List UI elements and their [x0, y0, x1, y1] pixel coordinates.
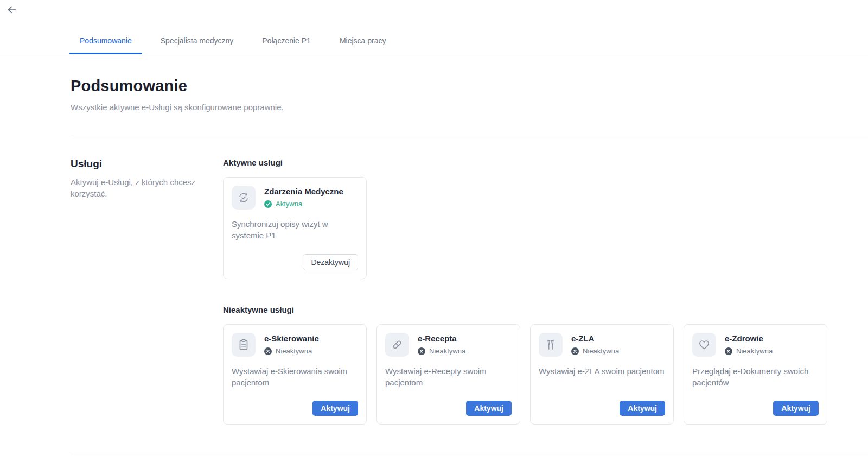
service-title: Zdarzenia Medyczne [264, 186, 343, 196]
clipboard-icon [232, 333, 256, 357]
service-description: Wystawiaj e-Recepty swoim pacjentom [385, 365, 512, 388]
activate-button[interactable]: Aktywuj [773, 401, 819, 416]
services-section-intro: Usługi Aktywuj e-Usługi, z których chces… [71, 158, 223, 425]
check-circle-icon [264, 200, 272, 208]
service-title: e-Recepta [418, 333, 465, 343]
service-description: Wystawiaj e-ZLA swoim pacjentom [539, 365, 665, 377]
x-circle-icon [264, 347, 272, 355]
services-heading: Usługi [71, 158, 223, 170]
tab-podsumowanie[interactable]: Podsumowanie [69, 36, 142, 54]
services-section: Usługi Aktywuj e-Usługi, z których chces… [71, 158, 833, 425]
status-label: Aktywna [276, 200, 302, 208]
status-label: Nieaktywna [276, 347, 312, 355]
service-title: e-Zdrowie [725, 333, 773, 343]
inactive-services-grid: e-Skierowanie Nieaktywna [223, 324, 833, 425]
service-card-e-skierowanie: e-Skierowanie Nieaktywna [223, 324, 367, 425]
service-card-e-zdrowie: e-Zdrowie Nieaktywna [684, 324, 827, 425]
service-card-e-recepta: e-Recepta Nieaktywna [376, 324, 520, 425]
bottom-divider [71, 455, 868, 455]
inactive-services-label: Nieaktywne usługi [223, 305, 833, 314]
arrow-left-icon [6, 4, 18, 17]
status-badge: Nieaktywna [571, 347, 619, 355]
section-divider [71, 135, 868, 135]
x-circle-icon [418, 347, 425, 355]
page-title: Podsumowanie [71, 77, 833, 95]
status-badge: Nieaktywna [264, 347, 319, 355]
activate-button[interactable]: Aktywuj [620, 401, 665, 416]
service-description: Przeglądaj e-Dokumenty swoich pacjentów [692, 365, 819, 388]
status-label: Nieaktywna [583, 347, 619, 355]
x-circle-icon [571, 347, 579, 355]
services-lists: Aktywne usługi [223, 158, 833, 425]
service-description: Synchronizuj opisy wizyt w systemie P1 [232, 218, 358, 241]
service-card-zdarzenia-medyczne: Zdarzenia Medyczne Aktywna [223, 177, 367, 279]
status-badge: Nieaktywna [725, 347, 773, 355]
status-badge: Nieaktywna [418, 347, 465, 355]
services-description: Aktywuj e-Usługi, z których chcesz korzy… [71, 176, 196, 199]
pill-icon [385, 333, 409, 357]
service-title: e-Skierowanie [264, 333, 319, 343]
service-description: Wystawiaj e-Skierowania swoim pacjentom [232, 365, 358, 388]
tab-bar: Podsumowanie Specjalista medyczny Połącz… [0, 0, 868, 54]
main-content: Podsumowanie Wszystkie aktywne e-Usługi … [0, 54, 868, 425]
back-button[interactable] [4, 3, 20, 18]
deactivate-button[interactable]: Dezaktywuj [303, 254, 358, 270]
service-card-e-zla: e-ZLA Nieaktywna [530, 324, 674, 425]
activate-button[interactable]: Aktywuj [312, 401, 358, 416]
page-subtitle: Wszystkie aktywne e-Usługi są skonfiguro… [71, 103, 833, 112]
x-circle-icon [725, 347, 732, 355]
status-label: Nieaktywna [429, 347, 465, 355]
service-title: e-ZLA [571, 333, 619, 343]
status-label: Nieaktywna [736, 347, 773, 355]
active-services-grid: Zdarzenia Medyczne Aktywna [223, 177, 833, 279]
active-services-label: Aktywne usługi [223, 158, 833, 167]
heart-icon [692, 333, 716, 357]
sync-check-icon [232, 186, 256, 210]
tab-miejsca-pracy[interactable]: Miejsca pracy [329, 36, 397, 54]
tab-polaczenie-p1[interactable]: Połączenie P1 [252, 36, 321, 54]
tab-specjalista-medyczny[interactable]: Specjalista medyczny [150, 36, 244, 54]
activate-button[interactable]: Aktywuj [466, 401, 512, 416]
status-badge: Aktywna [264, 200, 343, 208]
crutches-icon [539, 333, 563, 357]
